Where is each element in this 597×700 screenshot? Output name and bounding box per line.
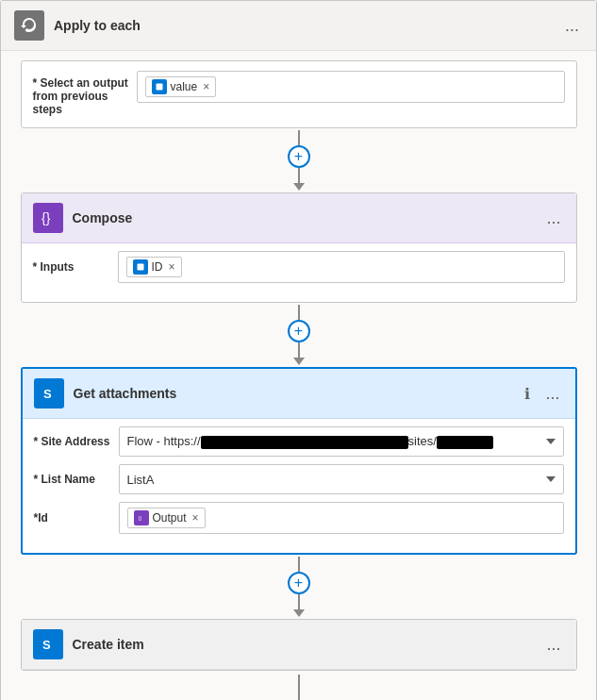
- compose-title: Compose: [73, 210, 543, 225]
- sharepoint-icon-svg: [155, 82, 164, 92]
- output-tag-close[interactable]: ×: [192, 511, 199, 525]
- compose-inputs-value[interactable]: ID ×: [118, 251, 565, 283]
- compose-icon-svg: {}: [39, 208, 58, 227]
- value-tag-icon: [152, 79, 167, 94]
- connector-3: +: [288, 557, 310, 617]
- add-button-2[interactable]: +: [288, 320, 310, 342]
- outer-body: * Select an output from previous steps v…: [1, 51, 596, 700]
- connector-line-3: [298, 557, 300, 572]
- output-tag-icon-svg: {}: [137, 513, 146, 523]
- site-address-row: * Site Address Flow - https://sites/: [34, 426, 564, 457]
- outer-header: Apply to each ...: [1, 1, 596, 51]
- list-name-value: ListA: [127, 473, 155, 487]
- select-output-input[interactable]: value ×: [137, 71, 565, 103]
- list-name-input[interactable]: ListA: [119, 464, 564, 494]
- compose-inputs-label: * Inputs: [33, 260, 118, 274]
- get-attachments-dots-button[interactable]: ...: [541, 381, 563, 406]
- value-tag: value ×: [145, 76, 217, 97]
- create-item-icon-svg: S: [39, 635, 58, 654]
- output-tag-label: Output: [153, 511, 187, 525]
- sharepoint-s-icon-svg: S: [40, 384, 58, 403]
- id-input[interactable]: {} Output ×: [119, 502, 564, 534]
- add-button-3[interactable]: +: [288, 572, 310, 594]
- select-output-row: * Select an output from previous steps v…: [22, 61, 576, 127]
- create-item-card: S Create item ...: [21, 619, 577, 671]
- connector-line-3b: [298, 594, 300, 609]
- id-tag: ID ×: [126, 257, 182, 277]
- select-output-card: * Select an output from previous steps v…: [21, 60, 577, 128]
- value-tag-label: value: [171, 80, 198, 93]
- output-tag-icon: {}: [134, 510, 149, 525]
- arrow-2: [293, 358, 305, 365]
- list-name-chevron: [546, 476, 556, 482]
- create-item-icon: S: [33, 629, 63, 659]
- compose-header: {} Compose ...: [22, 193, 576, 243]
- create-item-header: S Create item ...: [22, 620, 576, 670]
- id-tag-close[interactable]: ×: [169, 260, 175, 274]
- apply-each-icon: [14, 10, 44, 41]
- create-item-menu: ...: [542, 632, 564, 657]
- outer-menu: ...: [561, 13, 583, 38]
- compose-icon: {}: [33, 203, 63, 233]
- create-item-dots-button[interactable]: ...: [542, 632, 564, 657]
- simple-arrow-line-1: [298, 675, 300, 700]
- outer-title: Apply to each: [54, 18, 561, 33]
- compose-inputs-row: * Inputs ID ×: [33, 251, 565, 283]
- list-name-row: * List Name ListA: [34, 464, 564, 494]
- svg-rect-0: [156, 84, 162, 91]
- site-address-text: Flow - https://sites/: [127, 434, 493, 449]
- connector-2: +: [288, 305, 310, 365]
- get-attachments-card: S Get attachments ℹ ... * Site Address F…: [21, 367, 577, 555]
- id-tag-label: ID: [152, 260, 163, 274]
- get-attachments-icon: S: [34, 378, 64, 408]
- get-attachments-info-button[interactable]: ℹ: [521, 381, 534, 407]
- arrow-3: [293, 609, 305, 617]
- id-tag-icon-svg: [136, 262, 145, 272]
- value-tag-close[interactable]: ×: [203, 80, 209, 93]
- svg-text:{}: {}: [138, 515, 141, 521]
- get-attachments-title: Get attachments: [74, 386, 522, 401]
- connector-line-1b: [298, 168, 300, 183]
- svg-text:S: S: [43, 387, 52, 401]
- id-label: *Id: [34, 511, 119, 525]
- output-tag: {} Output ×: [127, 508, 206, 528]
- connector-line-2: [298, 305, 300, 320]
- compose-dots-button[interactable]: ...: [542, 206, 564, 230]
- get-attachments-body: * Site Address Flow - https://sites/ * L…: [23, 419, 575, 553]
- loop-icon-svg: [20, 16, 39, 35]
- connector-line-2b: [298, 342, 300, 358]
- site-address-redacted2: [437, 436, 493, 449]
- id-row: *Id {} Output ×: [34, 502, 564, 534]
- site-address-chevron: [546, 439, 556, 444]
- list-name-label: * List Name: [34, 473, 119, 486]
- compose-body: * Inputs ID ×: [22, 243, 576, 302]
- get-attachments-menu: ℹ ...: [521, 381, 563, 407]
- site-address-label: * Site Address: [34, 435, 119, 448]
- compose-menu: ...: [542, 206, 564, 230]
- site-address-input[interactable]: Flow - https://sites/: [119, 426, 564, 457]
- create-item-title: Create item: [73, 637, 543, 652]
- compose-card: {} Compose ... * Inputs ID: [21, 192, 577, 303]
- simple-arrow-1: [293, 675, 305, 700]
- site-address-redacted: [201, 436, 408, 449]
- get-attachments-header: S Get attachments ℹ ...: [23, 369, 575, 419]
- svg-rect-2: [137, 264, 143, 271]
- apply-to-each-outer: Apply to each ... * Select an output fro…: [0, 0, 597, 700]
- connector-1: +: [288, 130, 310, 191]
- arrow-1: [293, 183, 305, 191]
- outer-dots-button[interactable]: ...: [561, 13, 583, 38]
- connector-line-1: [298, 130, 300, 145]
- svg-text:S: S: [42, 638, 51, 652]
- select-output-label: * Select an output from previous steps: [33, 71, 137, 116]
- id-tag-icon: [133, 259, 148, 275]
- add-button-1[interactable]: +: [288, 145, 310, 168]
- svg-text:{}: {}: [41, 210, 51, 225]
